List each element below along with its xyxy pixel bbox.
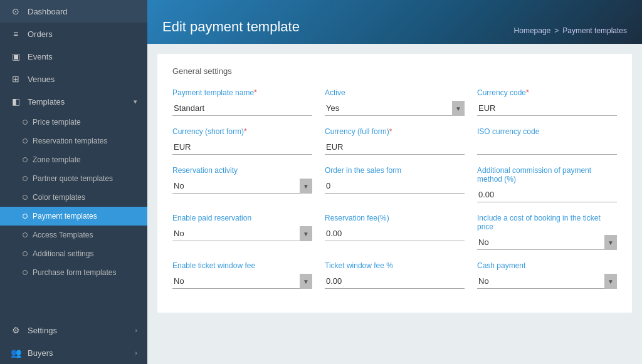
sidebar-item-label: Orders (28, 29, 137, 39)
field-payment-template-name: Payment template name* (172, 88, 312, 116)
field-reservation-fee: Reservation fee(%) (325, 214, 465, 250)
bullet-icon (23, 176, 28, 181)
label-additional-commission: Additional commission of payment method … (477, 166, 617, 184)
label-currency-short: Currency (short form)* (172, 127, 312, 136)
sidebar-sub-label: Color templates (33, 193, 85, 202)
sidebar-item-label: Venues (28, 75, 137, 84)
sidebar-item-events[interactable]: ▣ Events (0, 45, 147, 68)
general-settings-panel: General settings Payment template name* … (157, 54, 632, 313)
field-currency-code: Currency code* (477, 88, 617, 116)
sidebar-item-templates[interactable]: ◧ Templates ▾ (0, 90, 147, 113)
select-cost-of-booking[interactable]: No Yes (477, 235, 617, 250)
select-arrow-icon: ▼ (300, 179, 312, 194)
bullet-icon (23, 195, 28, 200)
sidebar-item-label: Events (28, 52, 137, 61)
sidebar-item-purchase-form-templates[interactable]: Purchase form templates (0, 263, 147, 282)
content-area: General settings Payment template name* … (147, 44, 642, 364)
chevron-right-icon: › (135, 326, 137, 334)
select-enable-paid-reservation[interactable]: No Yes (172, 226, 312, 241)
sidebar-item-label: Buyers (28, 348, 129, 358)
label-reservation-activity: Reservation activity (172, 166, 312, 175)
sidebar-item-venues[interactable]: ⊞ Venues (0, 68, 147, 90)
sidebar-sub-label: Price template (33, 118, 81, 127)
select-cash-payment[interactable]: No Yes (477, 274, 617, 289)
chevron-down-icon: ▾ (134, 98, 137, 106)
select-wrapper-enable-ticket-window-fee: No Yes ▼ (172, 274, 312, 289)
sidebar-item-reservation-templates[interactable]: Reservation templates (0, 132, 147, 150)
input-order-sales-form[interactable] (325, 179, 465, 194)
input-currency-full[interactable] (325, 140, 465, 155)
field-order-sales-form: Order in the sales form (325, 166, 465, 202)
sidebar-item-payment-templates[interactable]: Payment templates (0, 207, 147, 226)
breadcrumb-home[interactable]: Homepage (514, 26, 551, 35)
sidebar-sub-label: Zone template (33, 155, 81, 164)
sidebar-item-additional-settings[interactable]: Additional settings (0, 244, 147, 263)
select-arrow-icon: ▼ (604, 235, 617, 250)
templates-icon: ◧ (10, 96, 21, 107)
sidebar-item-label: Templates (28, 97, 127, 107)
label-ticket-window-fee-pct: Ticket window fee % (325, 261, 465, 270)
sidebar-item-price-template[interactable]: Price template (0, 113, 147, 132)
label-payment-template-name: Payment template name* (172, 88, 312, 97)
label-currency-full: Currency (full form)* (325, 127, 465, 136)
field-currency-short: Currency (short form)* (172, 127, 312, 155)
sidebar-item-orders[interactable]: ≡ Orders (0, 23, 147, 45)
bullet-icon (23, 251, 28, 256)
select-enable-ticket-window-fee[interactable]: No Yes (172, 274, 312, 289)
select-arrow-icon: ▼ (300, 274, 312, 289)
sidebar-item-settings[interactable]: ⚙ Settings › (0, 319, 147, 341)
input-currency-code[interactable] (477, 101, 617, 116)
sidebar-item-label: Dashboard (28, 7, 137, 16)
page-title: Edit payment template (162, 19, 300, 35)
field-enable-paid-reservation: Enable paid reservation No Yes ▼ (172, 214, 312, 250)
select-arrow-icon: ▼ (604, 274, 617, 289)
select-arrow-icon: ▼ (300, 226, 312, 241)
sidebar-sub-label: Access Templates (33, 231, 93, 239)
input-payment-template-name[interactable] (172, 101, 312, 116)
events-icon: ▣ (10, 51, 21, 61)
settings-icon: ⚙ (10, 325, 21, 335)
input-iso-currency-code[interactable] (477, 140, 617, 155)
label-cash-payment: Cash payment (477, 261, 617, 270)
sidebar-item-access-templates[interactable]: Access Templates (0, 226, 147, 244)
sidebar-item-buyers[interactable]: 👥 Buyers › (0, 341, 147, 364)
sidebar-item-zone-template[interactable]: Zone template (0, 150, 147, 169)
chevron-right-icon: › (135, 349, 137, 356)
form-grid: Payment template name* Active Yes No ▼ (172, 88, 617, 300)
breadcrumb-current: Payment templates (562, 26, 627, 35)
sidebar-item-dashboard[interactable]: ⊙ Dashboard (0, 0, 147, 23)
label-active: Active (325, 88, 465, 97)
label-currency-code: Currency code* (477, 88, 617, 97)
select-wrapper-active: Yes No ▼ (325, 101, 465, 116)
sidebar-sub-label: Reservation templates (33, 137, 107, 145)
orders-icon: ≡ (10, 29, 21, 39)
bullet-icon (23, 120, 28, 125)
breadcrumb-separator: > (554, 26, 559, 35)
bullet-icon (23, 232, 28, 237)
field-currency-full: Currency (full form)* (325, 127, 465, 155)
sidebar-item-partner-quote-templates[interactable]: Partner quote templates (0, 169, 147, 188)
field-iso-currency-code: ISO currency code (477, 127, 617, 155)
sidebar-sub-label: Partner quote templates (33, 174, 113, 183)
bullet-icon (23, 157, 28, 162)
select-reservation-activity[interactable]: No Yes (172, 179, 312, 194)
field-additional-commission: Additional commission of payment method … (477, 166, 617, 202)
main-content: Edit payment template Homepage > Payment… (147, 0, 642, 364)
label-order-sales-form: Order in the sales form (325, 166, 465, 175)
input-reservation-fee[interactable] (325, 226, 465, 241)
select-arrow-icon: ▼ (452, 101, 465, 116)
input-additional-commission[interactable] (477, 187, 617, 202)
sidebar-sub-label: Additional settings (33, 249, 93, 258)
label-iso-currency-code: ISO currency code (477, 127, 617, 136)
field-cash-payment: Cash payment No Yes ▼ (477, 261, 617, 289)
input-ticket-window-fee-pct[interactable] (325, 274, 465, 289)
field-enable-ticket-window-fee: Enable ticket window fee No Yes ▼ (172, 261, 312, 289)
label-cost-of-booking: Include a cost of booking in the ticket … (477, 214, 617, 231)
field-cost-of-booking: Include a cost of booking in the ticket … (477, 214, 617, 250)
input-currency-short[interactable] (172, 140, 312, 155)
field-ticket-window-fee-pct: Ticket window fee % (325, 261, 465, 289)
venues-icon: ⊞ (10, 74, 21, 84)
select-active[interactable]: Yes No (325, 101, 465, 116)
sidebar-item-color-templates[interactable]: Color templates (0, 188, 147, 207)
page-header: Edit payment template Homepage > Payment… (147, 0, 642, 44)
